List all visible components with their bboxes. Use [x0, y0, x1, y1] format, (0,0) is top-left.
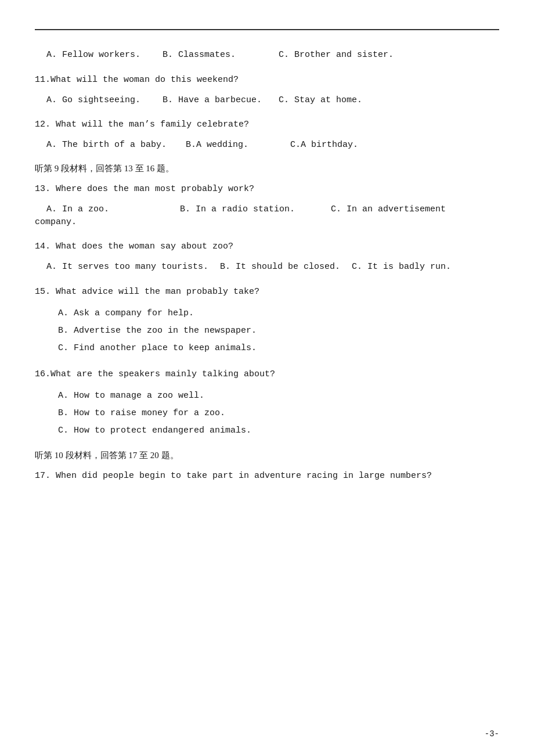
q17-text: 17. When did people begin to take part i…	[35, 469, 499, 483]
q13-option-c: C. In an advertisement	[331, 202, 457, 217]
q10-options-row: A. Fellow workers. B. Classmates. C. Bro…	[35, 48, 499, 63]
q11-options-row: A. Go sightseeing. B. Have a barbecue. C…	[35, 93, 499, 108]
q10-option-a: A. Fellow workers.	[46, 48, 163, 63]
top-divider	[35, 29, 499, 30]
q16-text: 16.What are the speakers mainly talking …	[35, 368, 499, 381]
q15-text: 15. What advice will the man probably ta…	[35, 285, 499, 299]
q16-option-a: A. How to manage a zoo well.	[46, 387, 499, 405]
q14-option-b: B. It should be closed.	[220, 260, 352, 275]
q17-block: 17. When did people begin to take part i…	[35, 469, 499, 483]
q14-option-a: A. It serves too many tourists.	[46, 260, 220, 275]
q13-option-a: A. In a zoo.	[46, 202, 180, 217]
q10-option-b: B. Classmates.	[163, 48, 279, 63]
q13-options-row: A. In a zoo. B. In a radio station. C. I…	[35, 202, 499, 217]
q11-option-a: A. Go sightseeing.	[46, 93, 163, 108]
q16-block: 16.What are the speakers mainly talking …	[35, 368, 499, 440]
q12-options-row: A. The birth of a baby. B.A wedding. C.A…	[35, 138, 499, 153]
section10-header: 听第 10 段材料，回答第 17 至 20 题。	[35, 450, 499, 461]
q15-option-b: B. Advertise the zoo in the newspaper.	[46, 322, 499, 340]
q14-text: 14. What does the woman say about zoo?	[35, 240, 499, 254]
q12-option-b: B.A wedding.	[186, 138, 290, 153]
q13-option-b: B. In a radio station.	[180, 202, 331, 217]
q12-text: 12. What will the man’s family celebrate…	[35, 118, 499, 132]
q10-option-c: C. Brother and sister.	[279, 48, 405, 63]
q15-options-stacked: A. Ask a company for help. B. Advertise …	[35, 305, 499, 357]
q14-option-c: C. It is badly run.	[352, 260, 468, 275]
q14-block: 14. What does the woman say about zoo? A…	[35, 240, 499, 275]
q16-option-b: B. How to raise money for a zoo.	[46, 405, 499, 422]
q14-options-row: A. It serves too many tourists. B. It sh…	[35, 260, 499, 275]
q11-option-b: B. Have a barbecue.	[163, 93, 279, 108]
q11-block: 11.What will the woman do this weekend? …	[35, 73, 499, 108]
q12-block: 12. What will the man’s family celebrate…	[35, 118, 499, 153]
page-number: -3-	[485, 729, 499, 739]
q13-continuation: company.	[35, 215, 499, 229]
q10-options-block: A. Fellow workers. B. Classmates. C. Bro…	[35, 48, 499, 63]
q15-block: 15. What advice will the man probably ta…	[35, 285, 499, 357]
q16-option-c: C. How to protect endangered animals.	[46, 422, 499, 440]
q12-option-a: A. The birth of a baby.	[46, 138, 186, 153]
q13-block: 13. Where does the man most probably wor…	[35, 182, 499, 230]
section9-header: 听第 9 段材料，回答第 13 至 16 题。	[35, 163, 499, 174]
q13-text: 13. Where does the man most probably wor…	[35, 182, 499, 196]
q11-text: 11.What will the woman do this weekend?	[35, 73, 499, 87]
q11-option-c: C. Stay at home.	[279, 93, 395, 108]
q16-options-stacked: A. How to manage a zoo well. B. How to r…	[35, 387, 499, 440]
q12-option-c: C.A birthday.	[290, 138, 406, 153]
q15-option-a: A. Ask a company for help.	[46, 305, 499, 322]
q15-option-c: C. Find another place to keep animals.	[46, 340, 499, 357]
